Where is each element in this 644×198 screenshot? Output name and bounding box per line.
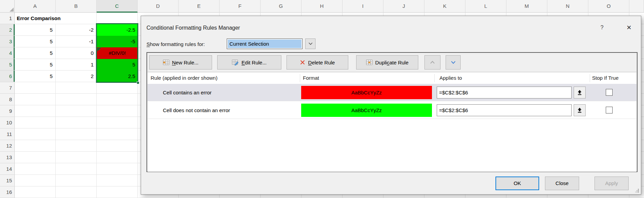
- error-indicator-triangle-icon: [97, 48, 101, 51]
- resize-grip-icon: [635, 188, 639, 193]
- row-header-7[interactable]: 7: [0, 82, 15, 94]
- stop-if-true-checkbox[interactable]: [606, 89, 613, 96]
- cell-a6[interactable]: 5: [15, 71, 56, 82]
- move-rule-down-button[interactable]: [446, 55, 461, 70]
- show-rules-label-text: how formatting rules for:: [150, 41, 205, 47]
- row-header-6[interactable]: 6: [0, 71, 15, 82]
- select-all-corner[interactable]: [0, 0, 15, 13]
- column-header-o[interactable]: O: [588, 0, 629, 13]
- rule-row-no-error[interactable]: Cell does not contain an error AaBbCcYyZ…: [148, 102, 636, 119]
- column-header-l[interactable]: L: [465, 0, 506, 13]
- delete-rule-button[interactable]: Delete Rule: [286, 55, 348, 70]
- list-header-format: Format: [303, 72, 319, 83]
- rule-row-error[interactable]: Cell contains an error AaBbCcYyZz: [148, 84, 636, 101]
- chevron-down-icon: [308, 42, 313, 45]
- collapse-arrow-icon: [577, 107, 582, 113]
- cell-c3[interactable]: -5: [97, 36, 138, 47]
- header-divider: [590, 74, 590, 82]
- new-rule-icon: [163, 60, 169, 65]
- collapse-dialog-picker-button[interactable]: [574, 87, 586, 98]
- delete-rule-icon: [300, 60, 305, 65]
- resize-grip[interactable]: [635, 188, 639, 194]
- row-header-1[interactable]: 1: [0, 13, 15, 24]
- cell-c6[interactable]: 2.5: [97, 71, 138, 82]
- row-header-2[interactable]: 2: [0, 24, 15, 36]
- rule-name: Cell does not contain an error: [163, 102, 230, 119]
- show-rules-selected-value: Current Selection: [228, 40, 302, 48]
- show-rules-dropdown-button[interactable]: [305, 39, 316, 49]
- edit-rule-icon: [232, 60, 239, 65]
- cell-b4[interactable]: 0: [56, 47, 97, 59]
- column-header-h[interactable]: H: [302, 0, 342, 13]
- stop-if-true-checkbox[interactable]: [606, 107, 613, 113]
- cell-a3[interactable]: 5: [15, 36, 56, 47]
- applies-to-input[interactable]: [437, 104, 572, 116]
- column-header-n[interactable]: N: [547, 0, 588, 13]
- column-header-f[interactable]: F: [220, 0, 261, 13]
- column-header-d[interactable]: D: [138, 0, 179, 13]
- column-header-c[interactable]: C: [97, 0, 138, 13]
- rules-container: New Rule... Edit Rule... Delete Rule Dup…: [146, 52, 638, 172]
- row-header-4[interactable]: 4: [0, 47, 15, 59]
- select-all-triangle-icon: [10, 7, 14, 12]
- cell-b5[interactable]: 1: [56, 59, 97, 71]
- column-header-b[interactable]: B: [56, 0, 97, 13]
- format-preview-red: AaBbCcYyZz: [301, 86, 432, 99]
- chevron-down-icon: [451, 61, 456, 64]
- edit-rule-button[interactable]: Edit Rule...: [217, 55, 281, 70]
- rules-list: Rule (applied in order shown) Format App…: [148, 72, 636, 172]
- list-header-rule: Rule (applied in order shown): [151, 72, 218, 83]
- cell-b3[interactable]: -1: [56, 36, 97, 47]
- row-header-3[interactable]: 3: [0, 36, 15, 47]
- column-header-partial[interactable]: [629, 0, 644, 13]
- cell-c2-active[interactable]: -2.5: [97, 24, 138, 36]
- duplicate-rule-icon: [366, 60, 373, 65]
- duplicate-rule-button[interactable]: Duplicate Rule: [356, 55, 418, 70]
- row-header-16[interactable]: 16: [0, 186, 15, 198]
- cell-a5[interactable]: 5: [15, 59, 56, 71]
- new-rule-button[interactable]: New Rule...: [149, 55, 212, 70]
- delete-rule-label: Delete Rule: [308, 60, 335, 65]
- close-icon[interactable]: ✕: [625, 24, 633, 31]
- row-header-15[interactable]: 15: [0, 175, 15, 186]
- column-header-m[interactable]: M: [506, 0, 547, 13]
- row-header-5[interactable]: 5: [0, 59, 15, 71]
- cell-a2[interactable]: 5: [15, 24, 56, 36]
- cell-a4[interactable]: 5: [15, 47, 56, 59]
- cell-c4-error[interactable]: #DIV/0!: [97, 47, 138, 59]
- show-rules-combobox[interactable]: Current Selection: [227, 39, 303, 49]
- cell-b6[interactable]: 2: [56, 71, 97, 82]
- column-header-i[interactable]: I: [342, 0, 383, 13]
- row-header-11[interactable]: 11: [0, 128, 15, 140]
- cell-a1-title[interactable]: Error Comparison: [15, 13, 96, 24]
- move-rule-up-button[interactable]: [424, 55, 440, 70]
- cell-b2[interactable]: -2: [56, 24, 97, 36]
- ok-button[interactable]: OK: [495, 177, 539, 190]
- column-header-g[interactable]: G: [261, 0, 302, 13]
- column-header-j[interactable]: J: [383, 0, 424, 13]
- collapse-dialog-picker-button[interactable]: [574, 104, 586, 116]
- close-button[interactable]: Close: [545, 177, 579, 190]
- header-divider: [434, 74, 435, 82]
- applies-to-input[interactable]: [437, 87, 572, 98]
- column-header-k[interactable]: K: [424, 0, 465, 13]
- header-divider: [300, 74, 300, 82]
- row-header-13[interactable]: 13: [0, 152, 15, 163]
- row-header-14[interactable]: 14: [0, 163, 15, 175]
- list-header-applies: Applies to: [439, 72, 462, 83]
- row-header-10[interactable]: 10: [0, 117, 15, 128]
- fill-handle[interactable]: [137, 81, 139, 84]
- help-icon[interactable]: ?: [599, 25, 605, 31]
- column-header-e[interactable]: E: [179, 0, 220, 13]
- collapse-arrow-icon: [577, 90, 582, 95]
- chevron-up-icon: [430, 61, 435, 64]
- row-header-12[interactable]: 12: [0, 140, 15, 152]
- row-header-8[interactable]: 8: [0, 94, 15, 105]
- format-preview-green: AaBbCcYyZz: [301, 104, 432, 117]
- cell-c5[interactable]: 5: [97, 59, 138, 71]
- dialog-title: Conditional Formatting Rules Manager: [146, 25, 240, 31]
- show-rules-label: Show formatting rules for:: [146, 41, 205, 47]
- apply-button-disabled[interactable]: Apply: [594, 177, 629, 190]
- column-header-a[interactable]: A: [15, 0, 56, 13]
- row-header-9[interactable]: 9: [0, 105, 15, 117]
